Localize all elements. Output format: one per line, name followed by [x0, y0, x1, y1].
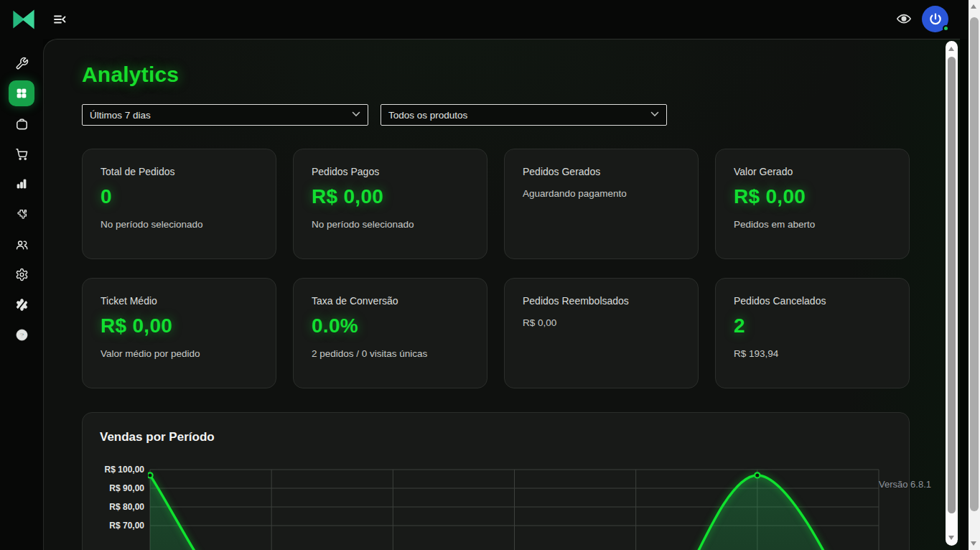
card-title: Pedidos Reembolsados: [523, 295, 680, 307]
gear-slash-icon: [15, 298, 29, 312]
svg-text:R$ 70,00: R$ 70,00: [109, 521, 144, 531]
stat-card-ticket-medio: Ticket Médio R$ 0,00 Valor médio por ped…: [82, 278, 276, 388]
card-value: R$ 0,00: [734, 185, 891, 208]
card-subtitle: 2 pedidos / 0 visitas únicas: [312, 348, 469, 359]
stat-card-pedidos-pagos: Pedidos Pagos R$ 0,00 No período selecio…: [293, 149, 487, 259]
period-select-value: Últimos 7 dias: [90, 110, 151, 121]
svg-text:R$ 80,00: R$ 80,00: [109, 502, 144, 512]
power-icon: [928, 12, 943, 27]
stat-card-pedidos-gerados: Pedidos Gerados Aguardando pagamento: [504, 149, 699, 259]
main-content: Analytics Últimos 7 dias Todos os produt…: [43, 39, 960, 550]
card-title: Ticket Médio: [101, 295, 258, 307]
svg-text:?: ?: [19, 330, 24, 338]
sidebar-item-analytics[interactable]: [9, 171, 34, 197]
sales-chart: R$ 100,00R$ 90,00R$ 80,00R$ 70,00: [100, 457, 894, 550]
status-dot: [943, 25, 949, 32]
scroll-up-arrow-icon[interactable]: [948, 47, 954, 51]
collapse-menu-button[interactable]: [50, 11, 69, 28]
card-value: 0.0%: [312, 314, 469, 337]
brand-logo[interactable]: [11, 6, 37, 32]
stat-card-valor-gerado: Valor Gerado R$ 0,00 Pedidos em aberto: [715, 149, 910, 259]
product-select[interactable]: Todos os produtos: [381, 104, 667, 126]
card-value: R$ 0,00: [101, 314, 258, 337]
gear-icon: [15, 268, 29, 281]
product-select-value: Todos os produtos: [388, 110, 467, 121]
card-title: Pedidos Gerados: [523, 166, 680, 177]
chart-title: Vendas por Período: [100, 430, 892, 444]
bag-icon: [15, 117, 29, 131]
chevron-down-icon: [352, 111, 360, 117]
cart-icon: [15, 147, 29, 161]
dashboard-grid-icon: [15, 87, 28, 100]
topbar: [0, 0, 969, 39]
sidebar-item-help[interactable]: ?: [9, 322, 34, 348]
sidebar-item-members[interactable]: [9, 231, 34, 257]
sidebar: ?: [0, 39, 43, 550]
card-title: Pedidos Pagos: [312, 166, 469, 177]
stat-card-total-pedidos: Total de Pedidos 0 No período selecionad…: [82, 149, 276, 259]
sales-chart-card: Vendas por Período R$ 100,00R$ 90,00R$ 8…: [82, 412, 910, 550]
sidebar-item-automations[interactable]: [9, 292, 34, 317]
card-title: Total de Pedidos: [101, 166, 258, 177]
stat-card-pedidos-reembolsados: Pedidos Reembolsados R$ 0,00: [504, 278, 699, 388]
scroll-up-arrow-icon[interactable]: [971, 4, 976, 9]
users-icon: [15, 238, 29, 251]
sidebar-item-products[interactable]: [9, 111, 34, 136]
card-subtitle: R$ 0,00: [523, 317, 680, 328]
svg-text:R$ 90,00: R$ 90,00: [109, 483, 144, 493]
sidebar-item-settings[interactable]: [9, 261, 34, 287]
card-value: 0: [101, 185, 258, 208]
collapse-menu-icon: [52, 11, 67, 27]
help-circle-icon: ?: [15, 328, 29, 342]
card-subtitle: R$ 193,94: [734, 348, 891, 359]
scroll-down-arrow-icon[interactable]: [971, 541, 976, 546]
puzzle-icon: [15, 208, 29, 221]
content-scrollbar-thumb[interactable]: [948, 57, 956, 513]
card-subtitle: Valor médio por pedido: [101, 348, 258, 359]
eye-icon[interactable]: [895, 11, 913, 27]
power-button[interactable]: [922, 6, 948, 32]
content-scrollbar[interactable]: [946, 41, 958, 546]
wrench-icon: [15, 57, 29, 70]
browser-scrollbar-thumb[interactable]: [970, 17, 979, 511]
sidebar-item-extensions[interactable]: [9, 201, 34, 227]
browser-scrollbar[interactable]: [969, 0, 980, 550]
period-select[interactable]: Últimos 7 dias: [82, 104, 368, 126]
card-subtitle: Aguardando pagamento: [523, 188, 680, 199]
page-title: Analytics: [82, 62, 960, 87]
card-title: Taxa de Conversão: [312, 295, 469, 307]
card-value: 2: [734, 314, 891, 337]
sidebar-item-tools[interactable]: [9, 50, 34, 76]
filters-row: Últimos 7 dias Todos os produtos: [82, 104, 960, 126]
card-subtitle: No período selecionado: [312, 219, 469, 230]
stat-card-pedidos-cancelados: Pedidos Cancelados 2 R$ 193,94: [715, 278, 910, 388]
version-label: Versão 6.8.1: [879, 479, 931, 490]
svg-text:R$ 100,00: R$ 100,00: [105, 465, 145, 475]
sidebar-item-orders[interactable]: [9, 141, 34, 167]
stat-card-taxa-conversao: Taxa de Conversão 0.0% 2 pedidos / 0 vis…: [293, 278, 487, 388]
card-value: R$ 0,00: [312, 185, 469, 208]
card-title: Pedidos Cancelados: [734, 295, 891, 307]
sidebar-item-dashboard[interactable]: [9, 80, 34, 106]
card-subtitle: No período selecionado: [101, 219, 258, 230]
card-subtitle: Pedidos em aberto: [734, 219, 891, 230]
bar-chart-icon: [15, 177, 28, 190]
scroll-down-arrow-icon[interactable]: [948, 536, 954, 540]
stats-grid: Total de Pedidos 0 No período selecionad…: [82, 149, 910, 388]
card-title: Valor Gerado: [734, 166, 891, 177]
chevron-down-icon: [650, 111, 659, 117]
